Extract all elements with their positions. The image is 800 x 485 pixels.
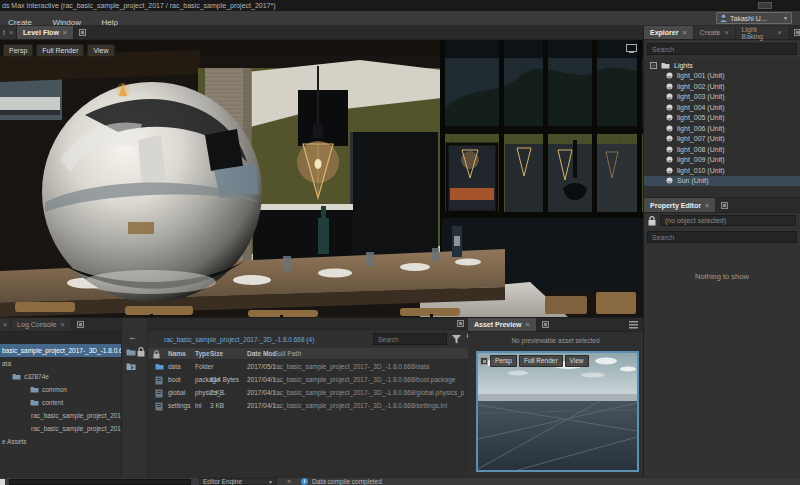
sort-asc-icon[interactable]: ▲ xyxy=(182,348,187,360)
tab-asset-preview[interactable]: Asset Preview× xyxy=(468,318,537,331)
light-item[interactable]: light_008 (Unit) xyxy=(644,144,800,155)
project-tree-item[interactable]: rac_basic_sample_project_2017-cubemaps xyxy=(0,409,121,422)
resize-grip[interactable] xyxy=(0,479,5,485)
asset-preview-viewport[interactable]: Persp Full Render View xyxy=(476,351,639,472)
full-render-button[interactable]: Full Render xyxy=(36,44,84,57)
panel-menu-icon[interactable] xyxy=(721,202,728,209)
explorer-tree: - Lights light_001 (Unit) light_002 (Uni… xyxy=(644,58,800,198)
close-icon[interactable]: × xyxy=(725,29,729,36)
project-tree-item[interactable]: basic_sample_project_2017-_3D_-1.8.0.668 xyxy=(0,344,121,357)
asset-browser-panel: rac_basic_sample_project_2017-_3D_-1.8.0… xyxy=(148,318,468,478)
file-icon xyxy=(155,376,163,385)
minimize-button[interactable] xyxy=(758,2,772,9)
light-item[interactable]: light_005 (Unit) xyxy=(644,113,800,124)
panel-menu-icon[interactable] xyxy=(77,321,84,328)
panel-menu-icon[interactable] xyxy=(542,321,549,328)
persp-button[interactable]: Persp xyxy=(490,355,517,367)
tab-partial[interactable]: × xyxy=(0,318,11,331)
viewport-expand-icon[interactable] xyxy=(626,44,637,53)
tab-light-baking[interactable]: Light Baking× xyxy=(736,26,789,39)
close-icon[interactable]: × xyxy=(3,321,7,328)
project-tree-item[interactable]: common xyxy=(0,383,121,396)
user-account-dropdown[interactable]: Takashi U... ▼ xyxy=(716,12,792,24)
view-button[interactable]: View xyxy=(87,44,114,57)
property-search-input[interactable]: Search xyxy=(647,231,797,243)
breadcrumb[interactable]: rac_basic_sample_project_2017-_3D_-1.8.0… xyxy=(164,336,314,343)
project-tree-item[interactable]: content xyxy=(0,396,121,409)
light-item[interactable]: light_003 (Unit) xyxy=(644,92,800,103)
folder-icon xyxy=(30,386,39,393)
preview-empty-message: No previewable asset selected xyxy=(468,332,643,349)
column-path[interactable]: Full Path xyxy=(274,348,464,360)
menu-bar: Create Window Help Takashi U... ▼ xyxy=(0,11,800,26)
viewport-toolbar: Persp Full Render View xyxy=(3,44,115,57)
tab-partial[interactable]: t × xyxy=(0,26,17,39)
view-button[interactable]: View xyxy=(565,355,589,367)
project-tree-item[interactable]: ata xyxy=(0,357,121,370)
engine-selector-dropdown[interactable]: Editor Engine ▼ xyxy=(199,478,277,485)
lock-icon[interactable] xyxy=(137,347,145,357)
folder-icon xyxy=(155,363,164,370)
close-icon[interactable]: × xyxy=(525,321,529,328)
panel-menu-icon[interactable] xyxy=(457,320,464,327)
app-window: ds Max Interactive (rac_basic_sample_pro… xyxy=(0,0,800,485)
close-icon[interactable]: × xyxy=(9,29,13,36)
close-icon[interactable]: × xyxy=(705,202,709,209)
tab-property-editor[interactable]: Property Editor× xyxy=(644,198,716,212)
tab-create[interactable]: Create× xyxy=(694,26,736,39)
panel-menu-icon[interactable] xyxy=(480,357,488,365)
asset-row-settings[interactable]: settings ini 3 KB 2017/04/1... rac_basic… xyxy=(148,399,468,412)
close-icon[interactable]: × xyxy=(682,29,686,36)
tab-explorer[interactable]: Explorer× xyxy=(644,26,694,39)
asset-row-global[interactable]: global physics_... 2 KB 2017/04/1... rac… xyxy=(148,386,468,399)
light-item[interactable]: light_010 (Unit) xyxy=(644,165,800,176)
lock-icon[interactable] xyxy=(153,350,160,359)
close-icon[interactable]: × xyxy=(60,321,64,328)
asset-row-boot[interactable]: boot package 614 Bytes 2017/04/1... rac_… xyxy=(148,373,468,386)
right-sidebar: Explorer× Create× Light Baking× Search -… xyxy=(643,26,800,477)
column-size[interactable]: Size xyxy=(210,348,223,360)
console-menu-icon[interactable]: ≡ xyxy=(287,478,291,485)
close-icon[interactable]: × xyxy=(63,29,67,36)
project-tree-item[interactable]: e Assets xyxy=(0,435,121,448)
lights-folder-row[interactable]: - Lights xyxy=(644,60,800,71)
light-item[interactable]: light_004 (Unit) xyxy=(644,102,800,113)
light-icon xyxy=(666,93,673,100)
asset-row-data[interactable]: data Folder 2017/05/1... rac_basic_sampl… xyxy=(148,360,468,373)
light-item-sun[interactable]: Sun (Unit) xyxy=(644,176,800,187)
explorer-tab-bar: Explorer× Create× Light Baking× xyxy=(644,26,800,40)
light-item[interactable]: light_007 (Unit) xyxy=(644,134,800,145)
light-item[interactable]: light_009 (Unit) xyxy=(644,155,800,166)
window-title: ds Max Interactive (rac_basic_sample_pro… xyxy=(2,2,276,9)
tab-log-console[interactable]: Log Console× xyxy=(11,318,71,331)
light-item[interactable]: light_001 (Unit) xyxy=(644,71,800,82)
folders-icon[interactable] xyxy=(126,348,136,356)
main-3d-viewport[interactable]: Persp Full Render View xyxy=(0,40,643,317)
lock-icon[interactable] xyxy=(648,216,656,226)
list-view-icon[interactable] xyxy=(629,321,638,329)
project-filter-strip[interactable] xyxy=(0,332,121,344)
project-tree-item[interactable]: rac_basic_sample_project_2017-lightmaps xyxy=(0,422,121,435)
light-item[interactable]: light_002 (Unit) xyxy=(644,81,800,92)
panel-menu-icon[interactable] xyxy=(79,29,86,36)
full-render-button[interactable]: Full Render xyxy=(519,355,563,367)
back-arrow-icon[interactable]: ← xyxy=(128,332,137,342)
asset-search-input[interactable]: Search xyxy=(373,333,447,345)
property-empty-message: Nothing to show xyxy=(644,246,800,477)
command-input[interactable] xyxy=(9,479,191,485)
close-icon[interactable]: × xyxy=(778,29,782,36)
preview-3d-scene xyxy=(478,353,637,470)
project-tree-item[interactable]: c32874e xyxy=(0,370,121,383)
asset-browser-toolbar: rac_basic_sample_project_2017-_3D_-1.8.0… xyxy=(148,330,468,348)
light-item[interactable]: light_006 (Unit) xyxy=(644,123,800,134)
column-type[interactable]: Type xyxy=(195,348,210,360)
filter-funnel-icon[interactable] xyxy=(452,335,461,344)
folder-icon xyxy=(30,399,39,406)
title-bar[interactable]: ds Max Interactive (rac_basic_sample_pro… xyxy=(0,0,800,11)
import-icon[interactable] xyxy=(126,362,137,371)
panel-menu-icon[interactable] xyxy=(794,29,800,36)
collapse-icon[interactable]: - xyxy=(650,62,657,69)
persp-button[interactable]: Persp xyxy=(3,44,33,57)
explorer-search-input[interactable]: Search xyxy=(647,43,797,55)
tab-level-flow[interactable]: Level Flow × xyxy=(17,26,74,39)
